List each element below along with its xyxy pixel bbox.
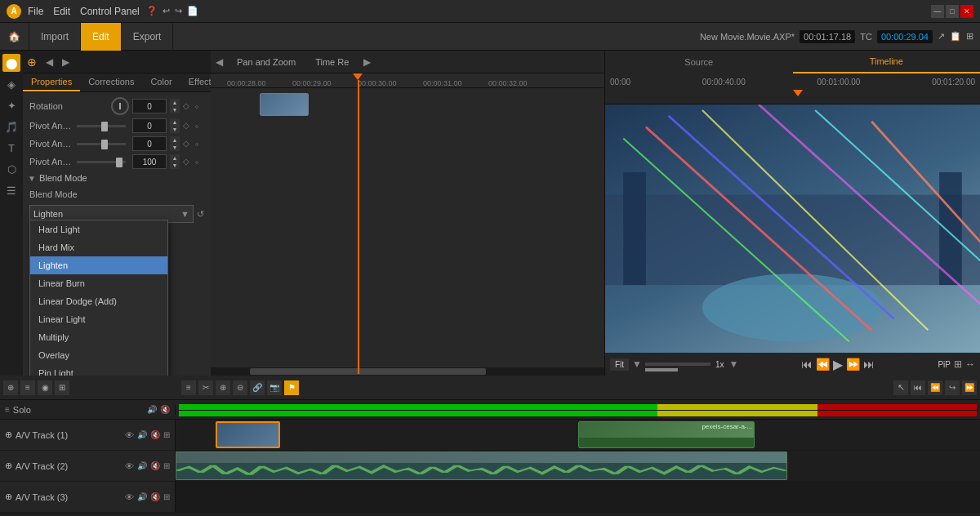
nav-icon-2[interactable]: 📋 bbox=[950, 31, 961, 42]
pivot-y-arrows[interactable]: ▲ ▼ bbox=[170, 136, 180, 151]
blend-option-linear-dodge[interactable]: Linear Dodge (Add) bbox=[30, 292, 167, 310]
timeline-tab[interactable]: Timeline bbox=[793, 51, 981, 73]
props-nav-icon[interactable]: ⊕ bbox=[23, 51, 41, 73]
tl-rtool-2[interactable]: ✂ bbox=[198, 380, 213, 395]
tab-time-re[interactable]: Time Re bbox=[305, 51, 359, 73]
nav-icon-1[interactable]: ↗ bbox=[938, 31, 945, 42]
clip-track1-item1[interactable] bbox=[260, 93, 309, 116]
kf-icon-x1[interactable]: ◇ bbox=[183, 121, 193, 131]
rotation-dial[interactable] bbox=[111, 97, 129, 115]
tab-effect[interactable]: Effect bbox=[180, 73, 211, 91]
help-icon[interactable]: ❓ bbox=[146, 6, 158, 16]
kf-icon-y2[interactable]: ⬦ bbox=[194, 139, 204, 149]
pivot-x-down[interactable]: ▼ bbox=[170, 126, 180, 133]
tl-left-arrow[interactable]: ◀ bbox=[211, 51, 227, 73]
blend-option-hard-mix[interactable]: Hard Mix bbox=[30, 238, 167, 256]
track-2-eye[interactable]: 👁 bbox=[125, 461, 134, 471]
sidebar-icon-properties[interactable]: ⬤ bbox=[2, 54, 20, 72]
pivot-y-value[interactable]: 0 bbox=[132, 136, 167, 151]
pivot-y-up[interactable]: ▲ bbox=[170, 136, 180, 144]
track-3-eye[interactable]: 👁 bbox=[125, 492, 134, 502]
clip-t1-green[interactable]: pexels-cesar-a-... bbox=[578, 421, 755, 448]
kf-icon-y1[interactable]: ◇ bbox=[183, 139, 193, 149]
rotation-up[interactable]: ▲ bbox=[170, 99, 180, 106]
clip-t1-selected[interactable] bbox=[216, 421, 280, 448]
blend-option-lighten[interactable]: Lighten bbox=[30, 256, 167, 274]
blend-option-multiply[interactable]: Multiply bbox=[30, 328, 167, 346]
kf-icon-1[interactable]: ◇ bbox=[183, 101, 193, 111]
tl-rtool-6[interactable]: 📷 bbox=[267, 380, 282, 395]
tl-tool-3[interactable]: ◉ bbox=[38, 380, 52, 395]
sidebar-icon-7[interactable]: ☰ bbox=[2, 181, 20, 199]
blend-option-linear-burn[interactable]: Linear Burn bbox=[30, 274, 167, 292]
pivot-x-arrows[interactable]: ▲ ▼ bbox=[170, 118, 180, 133]
source-tab[interactable]: Source bbox=[605, 51, 793, 73]
pivot-z-up[interactable]: ▲ bbox=[170, 154, 180, 162]
tl-rtool-5[interactable]: 🔗 bbox=[250, 380, 265, 395]
maximize-button[interactable]: □ bbox=[946, 5, 959, 18]
track-3-mute[interactable]: 🔇 bbox=[150, 492, 160, 501]
rotation-arrows[interactable]: ▲ ▼ bbox=[170, 99, 180, 113]
tl-tool-2[interactable]: ≡ bbox=[20, 380, 35, 395]
viewer-icon-r1[interactable]: ⊞ bbox=[954, 358, 962, 370]
edit-tab[interactable]: Edit bbox=[81, 23, 122, 51]
tl-rtool-1[interactable]: ≡ bbox=[181, 380, 196, 395]
blend-option-pin-light[interactable]: Pin Light bbox=[30, 364, 167, 376]
export-tab[interactable]: Export bbox=[122, 23, 174, 51]
home-tab[interactable]: 🏠 bbox=[0, 23, 29, 51]
pivot-y-slider[interactable] bbox=[77, 143, 126, 145]
timeline-scrollbar[interactable] bbox=[211, 367, 604, 376]
track-3-vol[interactable]: 🔊 bbox=[137, 492, 147, 501]
sidebar-icon-5[interactable]: T bbox=[2, 139, 20, 157]
blend-reset-icon[interactable]: ↺ bbox=[197, 209, 204, 220]
tl-rtool-4[interactable]: ⊖ bbox=[233, 380, 247, 395]
kf-icon-z1[interactable]: ◇ bbox=[183, 157, 193, 167]
blend-option-hard-light[interactable]: Hard Light bbox=[30, 220, 167, 238]
viewer-next-frame[interactable]: ⏭ bbox=[863, 358, 875, 371]
tab-color[interactable]: Color bbox=[142, 73, 180, 91]
blend-option-overlay[interactable]: Overlay bbox=[30, 346, 167, 364]
track-3-lock[interactable]: ⊞ bbox=[163, 492, 170, 501]
close-button[interactable]: ✕ bbox=[960, 5, 973, 18]
pivot-z-slider[interactable] bbox=[77, 161, 126, 163]
viewer-prev-frame[interactable]: ⏮ bbox=[801, 358, 813, 371]
sidebar-icon-6[interactable]: ⬡ bbox=[2, 160, 20, 178]
clip-t2-main[interactable] bbox=[176, 452, 787, 480]
solo-mute-icon[interactable]: 🔇 bbox=[160, 405, 170, 414]
doc-icon[interactable]: 📄 bbox=[187, 6, 198, 16]
tl-nav-2[interactable]: ⏪ bbox=[928, 380, 942, 395]
props-fwd-btn[interactable]: ▶ bbox=[57, 51, 74, 73]
redo-icon[interactable]: ↪ bbox=[175, 6, 182, 16]
tab-corrections[interactable]: Corrections bbox=[80, 73, 142, 91]
rotation-value[interactable]: 0 bbox=[132, 99, 167, 113]
track-1-eye[interactable]: 👁 bbox=[125, 430, 134, 440]
tl-nav-4[interactable]: ⏩ bbox=[962, 380, 977, 395]
pivot-x-up[interactable]: ▲ bbox=[170, 118, 180, 126]
solo-vol-icon[interactable]: 🔊 bbox=[147, 405, 157, 414]
tl-rtool-flag[interactable]: ⚑ bbox=[284, 380, 299, 395]
pivot-z-value[interactable]: 100 bbox=[132, 154, 167, 169]
minimize-button[interactable]: — bbox=[931, 5, 944, 18]
track-1-mute[interactable]: 🔇 bbox=[150, 430, 160, 439]
track-1-vol[interactable]: 🔊 bbox=[137, 430, 147, 439]
track-2-vol[interactable]: 🔊 bbox=[137, 461, 147, 470]
tl-nav-1[interactable]: ⏮ bbox=[911, 380, 925, 395]
blend-mode-section-header[interactable]: ▼ Blend Mode bbox=[23, 171, 211, 185]
tl-tool-4[interactable]: ⊞ bbox=[55, 380, 69, 395]
zoom-label[interactable]: 1x bbox=[712, 360, 728, 369]
tab-pan-zoom[interactable]: Pan and Zoom bbox=[227, 51, 305, 73]
viewer-step-fwd[interactable]: ⏩ bbox=[846, 358, 860, 371]
menu-edit[interactable]: Edit bbox=[53, 6, 70, 17]
pip-label[interactable]: PiP bbox=[938, 360, 951, 369]
pivot-y-down[interactable]: ▼ bbox=[170, 144, 180, 151]
pivot-x-slider[interactable] bbox=[77, 125, 126, 127]
kf-icon-2[interactable]: ⬦ bbox=[194, 101, 204, 111]
blend-option-linear-light[interactable]: Linear Light bbox=[30, 310, 167, 328]
nav-icon-3[interactable]: ⊞ bbox=[966, 31, 973, 42]
sidebar-icon-3[interactable]: ✦ bbox=[2, 96, 20, 114]
import-tab[interactable]: Import bbox=[29, 23, 81, 51]
viewer-icon-r2[interactable]: ↔ bbox=[965, 358, 975, 370]
menu-control-panel[interactable]: Control Panel bbox=[80, 6, 140, 17]
sidebar-icon-2[interactable]: ◈ bbox=[2, 75, 20, 93]
viewer-play[interactable]: ▶ bbox=[833, 357, 843, 372]
